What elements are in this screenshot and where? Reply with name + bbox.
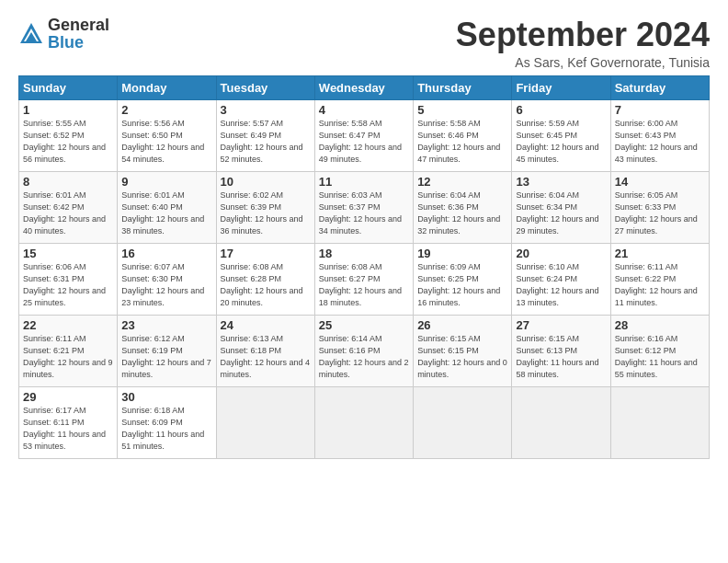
- table-cell: 2 Sunrise: 5:56 AMSunset: 6:50 PMDayligh…: [118, 99, 216, 171]
- day-detail: Sunrise: 6:13 AMSunset: 6:18 PMDaylight:…: [221, 334, 311, 379]
- day-number: 10: [221, 175, 311, 189]
- table-cell: 7 Sunrise: 6:00 AMSunset: 6:43 PMDayligh…: [610, 99, 709, 171]
- day-number: 26: [417, 318, 507, 332]
- table-cell: 23 Sunrise: 6:12 AMSunset: 6:19 PMDaylig…: [118, 315, 216, 386]
- day-number: 9: [121, 175, 211, 189]
- day-detail: Sunrise: 5:58 AMSunset: 6:46 PMDaylight:…: [417, 119, 500, 164]
- table-cell: 28 Sunrise: 6:16 AMSunset: 6:12 PMDaylig…: [610, 315, 709, 386]
- day-number: 13: [516, 175, 606, 189]
- day-detail: Sunrise: 6:08 AMSunset: 6:27 PMDaylight:…: [319, 262, 402, 307]
- day-detail: Sunrise: 6:10 AMSunset: 6:24 PMDaylight:…: [516, 262, 598, 307]
- day-detail: Sunrise: 6:11 AMSunset: 6:22 PMDaylight:…: [615, 262, 698, 307]
- day-detail: Sunrise: 6:15 AMSunset: 6:15 PMDaylight:…: [417, 334, 507, 379]
- table-row: 29 Sunrise: 6:17 AMSunset: 6:11 PMDaylig…: [19, 386, 710, 458]
- day-detail: Sunrise: 6:04 AMSunset: 6:34 PMDaylight:…: [516, 190, 598, 236]
- logo-text-blue: Blue: [48, 33, 84, 52]
- table-cell: 8 Sunrise: 6:01 AMSunset: 6:42 PMDayligh…: [19, 171, 118, 243]
- table-cell: 15 Sunrise: 6:06 AMSunset: 6:31 PMDaylig…: [19, 243, 118, 315]
- day-detail: Sunrise: 6:18 AMSunset: 6:09 PMDaylight:…: [121, 406, 204, 451]
- day-detail: Sunrise: 6:14 AMSunset: 6:16 PMDaylight:…: [319, 334, 409, 379]
- day-detail: Sunrise: 6:04 AMSunset: 6:36 PMDaylight:…: [417, 190, 500, 236]
- col-saturday: Saturday: [610, 75, 709, 99]
- table-cell: 22 Sunrise: 6:11 AMSunset: 6:21 PMDaylig…: [19, 315, 118, 386]
- day-number: 1: [23, 103, 113, 117]
- day-number: 28: [615, 318, 705, 332]
- col-friday: Friday: [512, 75, 610, 99]
- table-cell: 25 Sunrise: 6:14 AMSunset: 6:16 PMDaylig…: [314, 315, 413, 386]
- day-detail: Sunrise: 6:15 AMSunset: 6:13 PMDaylight:…: [516, 334, 598, 379]
- day-number: 2: [121, 103, 211, 117]
- logo: General Blue: [18, 17, 109, 52]
- day-number: 30: [121, 390, 211, 404]
- day-number: 8: [23, 175, 113, 189]
- col-sunday: Sunday: [19, 75, 118, 99]
- header-row: Sunday Monday Tuesday Wednesday Thursday…: [19, 75, 710, 99]
- table-cell: 18 Sunrise: 6:08 AMSunset: 6:27 PMDaylig…: [314, 243, 413, 315]
- table-cell: 17 Sunrise: 6:08 AMSunset: 6:28 PMDaylig…: [216, 243, 314, 315]
- table-cell: 12 Sunrise: 6:04 AMSunset: 6:36 PMDaylig…: [414, 171, 512, 243]
- calendar-table: Sunday Monday Tuesday Wednesday Thursday…: [18, 75, 710, 459]
- day-number: 17: [221, 247, 311, 260]
- table-cell: 16 Sunrise: 6:07 AMSunset: 6:30 PMDaylig…: [118, 243, 216, 315]
- day-number: 16: [121, 247, 211, 260]
- day-number: 20: [516, 247, 606, 260]
- col-thursday: Thursday: [414, 75, 512, 99]
- day-number: 21: [615, 247, 705, 260]
- day-number: 11: [319, 175, 409, 189]
- table-cell: [414, 386, 512, 458]
- table-cell: 29 Sunrise: 6:17 AMSunset: 6:11 PMDaylig…: [19, 386, 118, 458]
- table-cell: [216, 386, 314, 458]
- table-cell: 5 Sunrise: 5:58 AMSunset: 6:46 PMDayligh…: [414, 99, 512, 171]
- table-cell: 27 Sunrise: 6:15 AMSunset: 6:13 PMDaylig…: [512, 315, 610, 386]
- day-number: 22: [23, 318, 113, 332]
- day-detail: Sunrise: 5:59 AMSunset: 6:45 PMDaylight:…: [516, 119, 598, 164]
- col-tuesday: Tuesday: [216, 75, 314, 99]
- day-detail: Sunrise: 6:02 AMSunset: 6:39 PMDaylight:…: [221, 190, 303, 236]
- table-row: 8 Sunrise: 6:01 AMSunset: 6:42 PMDayligh…: [19, 171, 710, 243]
- table-cell: 21 Sunrise: 6:11 AMSunset: 6:22 PMDaylig…: [610, 243, 709, 315]
- day-number: 14: [615, 175, 705, 189]
- calendar-subtitle: As Sars, Kef Governorate, Tunisia: [456, 55, 710, 70]
- calendar-page: General Blue September 2024 As Sars, Kef…: [0, 0, 728, 468]
- title-block: September 2024 As Sars, Kef Governorate,…: [456, 17, 710, 70]
- day-detail: Sunrise: 6:06 AMSunset: 6:31 PMDaylight:…: [23, 262, 106, 307]
- day-detail: Sunrise: 6:16 AMSunset: 6:12 PMDaylight:…: [615, 334, 698, 379]
- table-cell: 26 Sunrise: 6:15 AMSunset: 6:15 PMDaylig…: [414, 315, 512, 386]
- day-detail: Sunrise: 6:00 AMSunset: 6:43 PMDaylight:…: [615, 119, 698, 164]
- day-detail: Sunrise: 6:08 AMSunset: 6:28 PMDaylight:…: [221, 262, 303, 307]
- header: General Blue September 2024 As Sars, Kef…: [18, 17, 710, 70]
- day-number: 7: [615, 103, 705, 117]
- table-row: 15 Sunrise: 6:06 AMSunset: 6:31 PMDaylig…: [19, 243, 710, 315]
- table-cell: 6 Sunrise: 5:59 AMSunset: 6:45 PMDayligh…: [512, 99, 610, 171]
- day-detail: Sunrise: 6:07 AMSunset: 6:30 PMDaylight:…: [121, 262, 204, 307]
- day-number: 25: [319, 318, 409, 332]
- table-row: 22 Sunrise: 6:11 AMSunset: 6:21 PMDaylig…: [19, 315, 710, 386]
- table-cell: 1 Sunrise: 5:55 AMSunset: 6:52 PMDayligh…: [19, 99, 118, 171]
- table-cell: 30 Sunrise: 6:18 AMSunset: 6:09 PMDaylig…: [118, 386, 216, 458]
- table-cell: 10 Sunrise: 6:02 AMSunset: 6:39 PMDaylig…: [216, 171, 314, 243]
- day-detail: Sunrise: 6:03 AMSunset: 6:37 PMDaylight:…: [319, 190, 402, 236]
- day-detail: Sunrise: 6:01 AMSunset: 6:40 PMDaylight:…: [121, 190, 204, 236]
- calendar-title: September 2024: [456, 17, 710, 53]
- day-number: 29: [23, 390, 113, 404]
- day-detail: Sunrise: 6:09 AMSunset: 6:25 PMDaylight:…: [417, 262, 500, 307]
- table-cell: 24 Sunrise: 6:13 AMSunset: 6:18 PMDaylig…: [216, 315, 314, 386]
- day-number: 23: [121, 318, 211, 332]
- col-monday: Monday: [118, 75, 216, 99]
- day-detail: Sunrise: 5:58 AMSunset: 6:47 PMDaylight:…: [319, 119, 402, 164]
- table-cell: 19 Sunrise: 6:09 AMSunset: 6:25 PMDaylig…: [414, 243, 512, 315]
- day-number: 4: [319, 103, 409, 117]
- col-wednesday: Wednesday: [314, 75, 413, 99]
- day-number: 15: [23, 247, 113, 260]
- table-cell: 11 Sunrise: 6:03 AMSunset: 6:37 PMDaylig…: [314, 171, 413, 243]
- day-detail: Sunrise: 6:12 AMSunset: 6:19 PMDaylight:…: [121, 334, 211, 379]
- table-cell: [512, 386, 610, 458]
- day-detail: Sunrise: 6:05 AMSunset: 6:33 PMDaylight:…: [615, 190, 698, 236]
- day-detail: Sunrise: 5:56 AMSunset: 6:50 PMDaylight:…: [121, 119, 204, 164]
- logo-text-general: General: [48, 16, 109, 34]
- day-number: 12: [417, 175, 507, 189]
- day-number: 18: [319, 247, 409, 260]
- table-cell: 9 Sunrise: 6:01 AMSunset: 6:40 PMDayligh…: [118, 171, 216, 243]
- day-number: 6: [516, 103, 606, 117]
- table-cell: 3 Sunrise: 5:57 AMSunset: 6:49 PMDayligh…: [216, 99, 314, 171]
